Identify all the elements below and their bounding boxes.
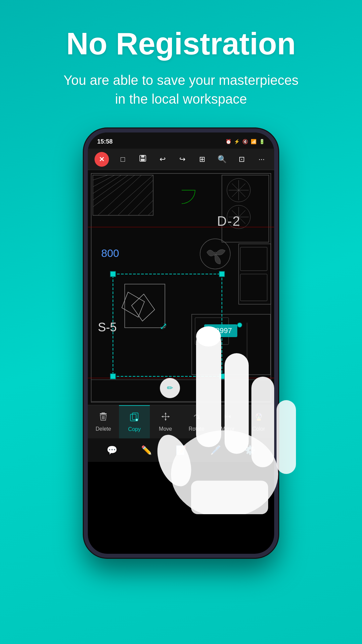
- main-title: No Registration: [20, 27, 342, 61]
- edit-fab[interactable]: ✏: [160, 378, 180, 398]
- svg-rect-44: [219, 374, 225, 379]
- tool-rotate[interactable]: Rotate: [181, 405, 212, 438]
- fullscreen-button[interactable]: ⊡: [236, 153, 248, 165]
- cad-label-800: 800: [101, 247, 119, 260]
- svg-text:⤢: ⤢: [160, 321, 167, 331]
- svg-rect-2: [141, 159, 145, 161]
- undo-icon: ↩: [160, 155, 166, 164]
- comment-nav-icon[interactable]: 💬: [107, 445, 117, 455]
- new-file-icon: □: [121, 155, 125, 164]
- edit-fab-icon: ✏: [167, 384, 173, 392]
- undo-button[interactable]: ↩: [157, 153, 168, 165]
- svg-marker-63: [168, 416, 170, 418]
- zoom-button[interactable]: 🔍: [216, 153, 228, 165]
- phone-screen: 15:58 ⏰ ⚡ 🔇 📶 🔋 ✕ □: [88, 132, 274, 554]
- svg-marker-67: [228, 415, 231, 418]
- svg-rect-54: [132, 413, 138, 420]
- edit-nav-icon[interactable]: 📝: [176, 445, 186, 455]
- cad-schematic: ⤢: [88, 170, 274, 405]
- svg-rect-72: [257, 419, 261, 421]
- settings-nav-icon[interactable]: ⚙️: [245, 445, 255, 455]
- status-time: 15:58: [97, 138, 113, 145]
- save-button[interactable]: [137, 153, 148, 165]
- redo-button[interactable]: ↪: [176, 153, 188, 165]
- tool-color[interactable]: Color: [243, 405, 274, 438]
- bluetooth-icon: ⚡: [234, 139, 240, 144]
- svg-rect-53: [130, 414, 136, 421]
- pen-nav-icon[interactable]: 🖊️: [210, 445, 221, 455]
- copy-label: Copy: [128, 426, 140, 432]
- rotate-label: Rotate: [189, 426, 204, 432]
- status-icons: ⏰ ⚡ 🔇 📶 🔋: [226, 139, 265, 144]
- svg-rect-42: [219, 271, 225, 277]
- redo-icon: ↪: [179, 155, 185, 164]
- close-button[interactable]: ✕: [95, 152, 109, 167]
- header-section: No Registration You are able to save you…: [0, 0, 362, 122]
- svg-marker-61: [165, 419, 167, 421]
- copy-icon: [129, 412, 139, 424]
- svg-rect-41: [110, 271, 116, 277]
- svg-rect-43: [110, 374, 116, 379]
- nav-bar: 💬 ✏️ 📝 🖊️ ⚙️: [88, 438, 274, 462]
- svg-marker-62: [162, 416, 163, 418]
- new-button[interactable]: □: [117, 153, 129, 165]
- svg-point-71: [258, 417, 259, 418]
- tool-move[interactable]: Move: [150, 405, 181, 438]
- tool-mirror[interactable]: Mirror: [212, 405, 243, 438]
- volume-icon: 🔇: [242, 139, 248, 144]
- mirror-label: Mirror: [221, 426, 235, 432]
- svg-rect-49: [102, 413, 105, 414]
- move-label: Move: [159, 426, 172, 432]
- rotate-icon: [191, 412, 201, 424]
- pencil-nav-icon[interactable]: ✏️: [141, 445, 152, 455]
- svg-marker-60: [165, 413, 167, 414]
- bottom-toolbar: Delete Copy: [88, 405, 274, 438]
- mirror-icon: [223, 412, 233, 424]
- save-icon: [139, 154, 147, 164]
- delete-icon: [98, 412, 108, 424]
- tool-delete[interactable]: Delete: [88, 405, 119, 438]
- selection-button[interactable]: ⊞: [196, 153, 208, 165]
- svg-point-47: [237, 323, 242, 327]
- svg-point-70: [259, 414, 261, 416]
- status-bar: 15:58 ⏰ ⚡ 🔇 📶 🔋: [88, 132, 274, 149]
- fullscreen-icon: ⊡: [239, 155, 245, 164]
- alarm-icon: ⏰: [226, 139, 231, 144]
- subtitle: You are able to save your masterpiecesin…: [20, 71, 342, 108]
- color-label: Color: [252, 426, 265, 432]
- more-button[interactable]: ···: [256, 153, 267, 165]
- tool-copy[interactable]: Copy: [119, 405, 150, 438]
- phone-container: 15:58 ⏰ ⚡ 🔇 📶 🔋 ✕ □: [84, 128, 278, 558]
- more-icon: ···: [258, 155, 264, 164]
- signal-icon: 📶: [251, 139, 256, 144]
- svg-rect-78: [277, 400, 296, 474]
- zoom-icon: 🔍: [218, 155, 227, 164]
- svg-rect-3: [88, 170, 274, 405]
- close-icon: ✕: [99, 155, 105, 163]
- cad-area[interactable]: ⤢ D-2 800 0.8997 S-5 ✏: [88, 170, 274, 405]
- cad-value-badge: 0.8997: [204, 324, 237, 337]
- color-icon: [254, 412, 264, 424]
- move-icon: [161, 412, 171, 424]
- svg-point-69: [256, 414, 258, 416]
- cad-label-d2: D-2: [217, 214, 241, 229]
- battery-icon: 🔋: [259, 139, 265, 144]
- phone-frame: 15:58 ⏰ ⚡ 🔇 📶 🔋 ✕ □: [84, 128, 278, 558]
- svg-marker-66: [225, 415, 227, 418]
- svg-rect-1: [141, 155, 144, 158]
- toolbar: ✕ □ ↩: [88, 149, 274, 170]
- delete-label: Delete: [96, 426, 111, 432]
- svg-marker-64: [197, 416, 200, 419]
- selection-icon: ⊞: [199, 155, 205, 164]
- cad-label-s5: S-5: [98, 320, 117, 334]
